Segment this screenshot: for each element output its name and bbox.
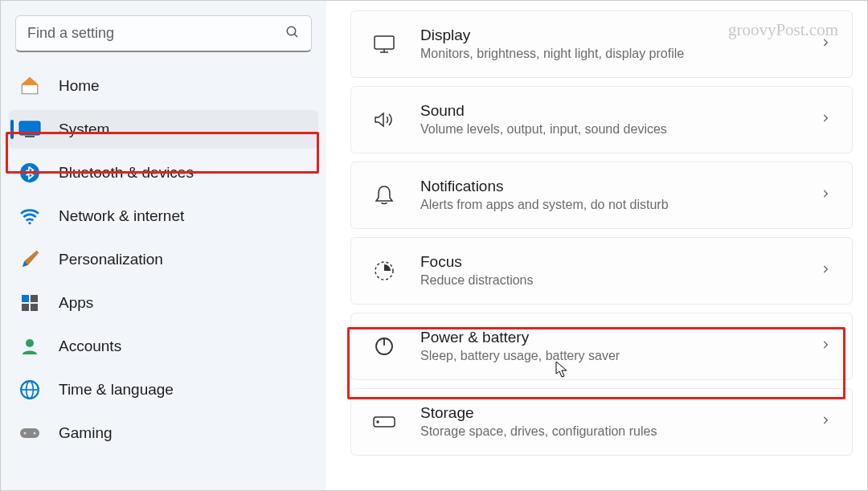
- chevron-right-icon: [820, 415, 831, 429]
- svg-rect-3: [25, 136, 35, 137]
- card-title: Notifications: [420, 177, 820, 197]
- focus-icon: [372, 259, 396, 283]
- svg-point-0: [287, 27, 296, 35]
- card-subtitle: Storage space, drives, configuration rul…: [420, 423, 820, 440]
- card-subtitle: Reduce distractions: [420, 272, 820, 289]
- sidebar-item-label: Time & language: [59, 381, 174, 399]
- svg-rect-9: [31, 304, 38, 311]
- card-subtitle: Monitors, brightness, night light, displ…: [420, 46, 820, 63]
- search-box[interactable]: [15, 15, 312, 52]
- sidebar-item-label: Apps: [59, 294, 93, 312]
- settings-card-focus[interactable]: Focus Reduce distractions: [350, 237, 853, 305]
- home-icon: [18, 75, 41, 97]
- card-title: Display: [420, 26, 820, 46]
- sidebar-item-home[interactable]: Home: [9, 67, 318, 105]
- storage-icon: [372, 410, 396, 434]
- sidebar-item-accounts[interactable]: Accounts: [9, 327, 318, 366]
- svg-rect-6: [22, 295, 29, 302]
- card-title: Storage: [420, 403, 820, 423]
- bluetooth-icon: [18, 162, 41, 184]
- svg-rect-7: [31, 295, 38, 302]
- settings-card-display[interactable]: Display Monitors, brightness, night ligh…: [350, 10, 853, 78]
- bell-icon: [372, 183, 396, 207]
- sidebar-item-label: Network & internet: [59, 207, 184, 225]
- sidebar-item-system[interactable]: System: [9, 110, 318, 149]
- main-panel: groovyPost.com Display Monitors, brightn…: [326, 1, 867, 490]
- sidebar-item-label: Gaming: [59, 424, 113, 442]
- svg-rect-17: [375, 36, 394, 49]
- display-icon: [372, 32, 396, 56]
- svg-rect-2: [19, 121, 40, 135]
- svg-point-24: [377, 421, 379, 423]
- settings-card-storage[interactable]: Storage Storage space, drives, configura…: [350, 388, 853, 456]
- sound-icon: [372, 108, 396, 132]
- system-icon: [18, 118, 41, 141]
- svg-point-5: [28, 222, 31, 224]
- sidebar-item-gaming[interactable]: Gaming: [9, 414, 318, 452]
- sidebar-item-bluetooth[interactable]: Bluetooth & devices: [9, 153, 318, 192]
- chevron-right-icon: [820, 113, 831, 127]
- svg-point-15: [24, 432, 27, 435]
- accounts-icon: [18, 335, 41, 358]
- sidebar-item-label: Bluetooth & devices: [59, 164, 194, 182]
- time-language-icon: [18, 378, 41, 401]
- chevron-right-icon: [820, 37, 831, 51]
- paintbrush-icon: [18, 248, 41, 271]
- card-subtitle: Sleep, battery usage, battery saver: [420, 348, 820, 365]
- search-input[interactable]: [27, 25, 285, 42]
- search-icon: [285, 25, 300, 43]
- svg-rect-8: [22, 304, 29, 311]
- sidebar-item-label: Home: [59, 77, 100, 95]
- svg-rect-14: [20, 428, 39, 438]
- sidebar-nav: Home System Bluetooth & devices Network …: [1, 67, 326, 490]
- card-title: Power & battery: [420, 328, 820, 348]
- card-subtitle: Volume levels, output, input, sound devi…: [420, 121, 820, 138]
- sidebar-item-label: Personalization: [59, 251, 163, 268]
- chevron-right-icon: [820, 339, 831, 354]
- chevron-right-icon: [820, 264, 831, 278]
- sidebar-item-label: System: [59, 121, 109, 138]
- sidebar-item-network[interactable]: Network & internet: [9, 197, 318, 235]
- card-subtitle: Alerts from apps and system, do not dist…: [420, 197, 820, 214]
- card-title: Sound: [420, 101, 820, 121]
- wifi-icon: [18, 205, 41, 227]
- sidebar-item-label: Accounts: [59, 338, 121, 355]
- sidebar: Home System Bluetooth & devices Network …: [1, 1, 326, 490]
- gaming-icon: [18, 422, 41, 444]
- power-icon: [372, 334, 396, 358]
- svg-point-16: [34, 432, 36, 435]
- svg-point-10: [26, 339, 34, 347]
- apps-icon: [18, 292, 41, 314]
- settings-card-sound[interactable]: Sound Volume levels, output, input, soun…: [350, 86, 853, 153]
- settings-card-notifications[interactable]: Notifications Alerts from apps and syste…: [350, 162, 853, 229]
- sidebar-item-personalization[interactable]: Personalization: [9, 240, 318, 279]
- card-title: Focus: [420, 252, 820, 272]
- settings-card-power-battery[interactable]: Power & battery Sleep, battery usage, ba…: [350, 313, 853, 380]
- chevron-right-icon: [820, 188, 831, 203]
- sidebar-item-apps[interactable]: Apps: [9, 284, 318, 322]
- svg-line-1: [294, 34, 297, 37]
- sidebar-item-time-language[interactable]: Time & language: [9, 370, 318, 409]
